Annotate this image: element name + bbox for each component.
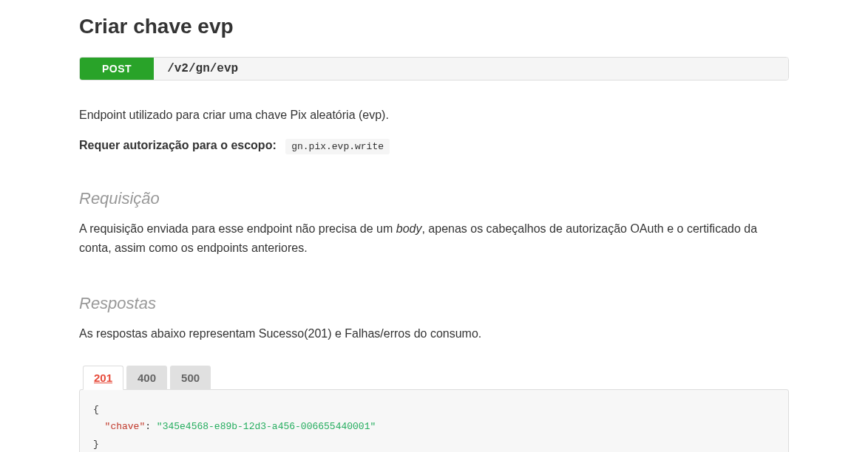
endpoint-bar: POST /v2/gn/evp xyxy=(79,57,789,81)
json-value-chave: "345e4568-e89b-12d3-a456-006655440001" xyxy=(157,421,376,432)
responses-section-text: As respostas abaixo representam Sucesso(… xyxy=(79,324,789,343)
auth-requirement: Requer autorização para o escopo: gn.pix… xyxy=(79,139,789,152)
endpoint-path: /v2/gn/evp xyxy=(154,58,788,80)
json-key-chave: "chave" xyxy=(105,421,146,432)
request-text-before: A requisição enviada para esse endpoint … xyxy=(79,222,396,235)
json-close-brace: } xyxy=(93,439,99,450)
request-section-text: A requisição enviada para esse endpoint … xyxy=(79,219,789,257)
response-tabs: 201 400 500 xyxy=(79,366,789,390)
endpoint-description: Endpoint utilizado para criar uma chave … xyxy=(79,106,789,124)
json-open-brace: { xyxy=(93,404,99,415)
auth-scope-code: gn.pix.evp.write xyxy=(285,139,390,154)
tab-201[interactable]: 201 xyxy=(83,366,123,390)
http-method-badge: POST xyxy=(80,58,154,80)
responses-section-title: Respostas xyxy=(79,294,789,313)
tab-400[interactable]: 400 xyxy=(126,366,167,390)
json-colon: : xyxy=(145,421,157,432)
page-title: Criar chave evp xyxy=(79,15,789,38)
request-section-title: Requisição xyxy=(79,189,789,208)
tab-500[interactable]: 500 xyxy=(170,366,211,390)
request-text-em: body xyxy=(396,222,422,235)
response-code-block: { "chave": "345e4568-e89b-12d3-a456-0066… xyxy=(79,389,789,452)
auth-label: Requer autorização para o escopo: xyxy=(79,139,277,151)
